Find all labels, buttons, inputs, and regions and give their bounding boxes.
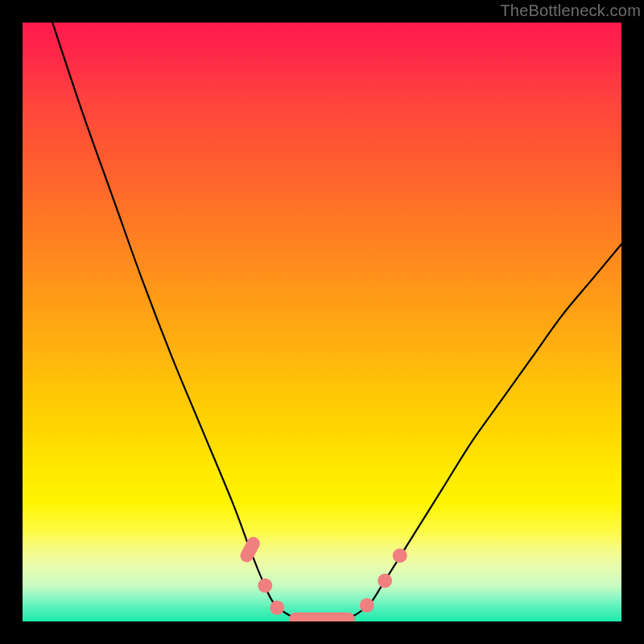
curve-marker (258, 578, 272, 592)
curve-marker (289, 613, 355, 621)
marker-layer (238, 535, 407, 621)
curve-path (52, 23, 621, 621)
watermark-text: TheBottleneck.com (500, 2, 641, 20)
curve-marker (360, 598, 374, 613)
plot-area (23, 23, 621, 621)
curve-marker (238, 535, 262, 564)
curve-marker (270, 601, 284, 615)
curve-marker (378, 573, 392, 588)
chart-frame: TheBottleneck.com (0, 0, 644, 644)
curve-svg (23, 23, 621, 621)
curve-marker (393, 548, 407, 563)
